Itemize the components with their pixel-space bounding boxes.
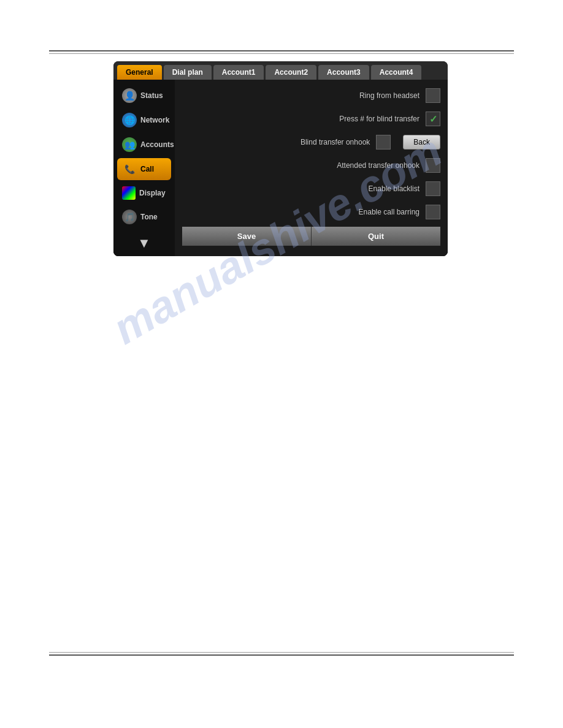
checkmark-icon: ✓ — [429, 113, 437, 125]
label-blind-transfer: Blind transfer onhook — [182, 138, 376, 146]
sidebar-label-display: Display — [139, 189, 166, 197]
sidebar-label-accounts: Accounts — [140, 140, 174, 149]
tab-account4[interactable]: Account4 — [371, 65, 422, 80]
content-area: 👤 Status 🌐 Network 👥 Accounts 📞 Call Dis… — [113, 80, 448, 256]
call-icon: 📞 — [122, 162, 137, 176]
setting-row-ring-from-headset: Ring from headset — [182, 87, 440, 104]
sidebar-label-call: Call — [140, 165, 154, 173]
label-attended-transfer: Attended transfer onhook — [182, 161, 426, 170]
tabs-row: General Dial plan Account1 Account2 Acco… — [113, 61, 448, 80]
label-enable-call-barring: Enable call barring — [182, 208, 426, 216]
checkbox-blind-transfer[interactable] — [376, 135, 391, 150]
bottom-decorative-lines — [49, 652, 514, 656]
setting-row-enable-blacklist: Enable blacklist — [182, 180, 440, 197]
checkbox-press-hash[interactable]: ✓ — [426, 112, 440, 126]
setting-row-blind-transfer: Blind transfer onhook Back — [182, 134, 440, 151]
tab-general[interactable]: General — [117, 65, 162, 80]
sidebar-label-network: Network — [140, 116, 169, 124]
main-panel: Ring from headset Press # for blind tran… — [175, 80, 448, 256]
checkbox-enable-blacklist[interactable] — [426, 181, 440, 196]
sidebar-item-display[interactable]: Display — [117, 183, 171, 203]
accounts-icon: 👥 — [122, 137, 137, 152]
sidebar-item-call[interactable]: 📞 Call — [117, 158, 171, 180]
sidebar-label-status: Status — [140, 91, 163, 100]
display-icon — [122, 186, 136, 200]
tab-account2[interactable]: Account2 — [266, 65, 316, 80]
setting-row-attended-transfer: Attended transfer onhook — [182, 157, 440, 174]
label-press-hash: Press # for blind transfer — [182, 115, 426, 123]
scroll-down-arrow[interactable]: ▼ — [117, 235, 171, 251]
checkbox-attended-transfer[interactable] — [426, 158, 440, 173]
tab-dialplan[interactable]: Dial plan — [164, 65, 212, 80]
setting-row-press-hash: Press # for blind transfer ✓ — [182, 110, 440, 127]
tab-account3[interactable]: Account3 — [318, 65, 369, 80]
sidebar-item-tone[interactable]: 🎵 Tone — [117, 206, 171, 228]
top-decorative-lines — [49, 50, 514, 54]
save-button[interactable]: Save — [182, 227, 312, 246]
back-button[interactable]: Back — [403, 135, 440, 150]
setting-row-enable-call-barring: Enable call barring — [182, 203, 440, 221]
sidebar-label-tone: Tone — [140, 213, 158, 221]
quit-button[interactable]: Quit — [312, 227, 440, 246]
checkbox-ring-from-headset[interactable] — [426, 88, 440, 103]
network-icon: 🌐 — [122, 113, 137, 127]
bottom-buttons: Save Quit — [182, 227, 440, 246]
sidebar-item-network[interactable]: 🌐 Network — [117, 109, 171, 131]
checkbox-enable-call-barring[interactable] — [426, 205, 440, 219]
status-icon: 👤 — [122, 88, 137, 103]
arrow-icon: ▼ — [137, 235, 151, 251]
tab-account1[interactable]: Account1 — [213, 65, 264, 80]
label-ring-from-headset: Ring from headset — [182, 91, 426, 100]
tone-icon: 🎵 — [122, 210, 137, 224]
device-ui: General Dial plan Account1 Account2 Acco… — [113, 61, 448, 256]
sidebar-item-status[interactable]: 👤 Status — [117, 85, 171, 107]
sidebar: 👤 Status 🌐 Network 👥 Accounts 📞 Call Dis… — [113, 80, 175, 256]
sidebar-item-accounts[interactable]: 👥 Accounts — [117, 134, 171, 156]
label-enable-blacklist: Enable blacklist — [182, 184, 426, 193]
